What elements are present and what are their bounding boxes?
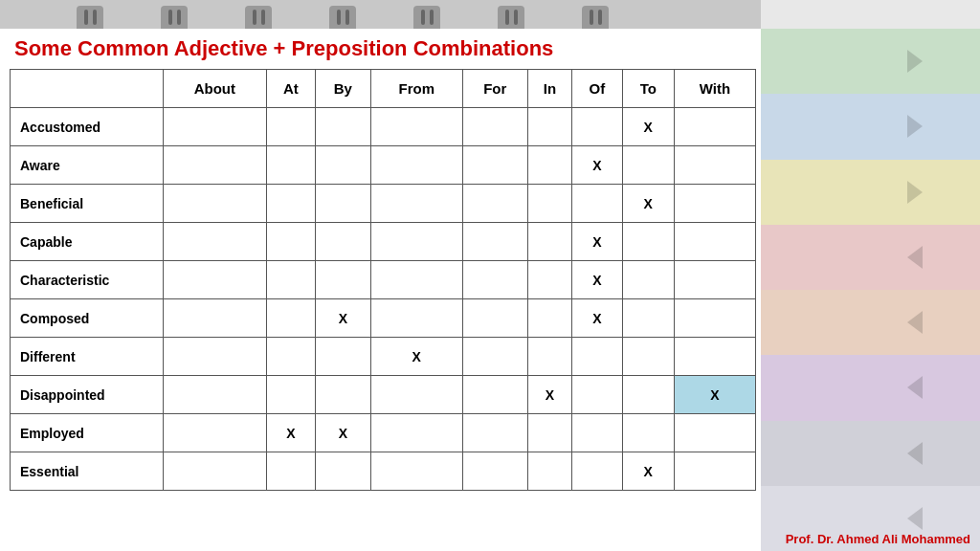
col-header-for: For [462,70,527,108]
cell-disappointed-by [315,376,370,414]
cell-aware-in [527,146,571,185]
cell-composed-for [462,299,527,338]
cell-beneficial-by [315,185,370,223]
adjective-cell: Employed [11,414,164,452]
cell-essential-to: X [622,452,674,491]
cell-disappointed-at [266,376,315,414]
cell-different-from: X [370,338,462,376]
content-area: Some Common Adjective + Preposition Comb… [0,0,761,551]
cell-composed-at [266,299,315,338]
cell-aware-of: X [571,146,622,185]
strip-gray [760,421,980,486]
col-header-by: By [315,70,370,108]
cell-characteristic-from [370,261,462,299]
table-row: ComposedXX [11,299,756,338]
cell-beneficial-about [164,185,267,223]
cell-characteristic-for [462,261,527,299]
cell-essential-with [674,452,755,491]
cell-beneficial-for [462,185,527,223]
cell-beneficial-at [266,185,315,223]
cell-accustomed-about [164,108,267,146]
table-row: AccustomedX [11,108,756,146]
ring-binder-6 [498,6,524,29]
cell-disappointed-to [622,376,674,414]
cell-capable-of: X [571,223,622,261]
cell-aware-with [674,146,755,185]
table-header-row: About At By From For In Of To With [11,70,756,108]
ring-binder-2 [161,6,188,29]
table-row: EssentialX [11,452,756,491]
cell-essential-about [164,452,267,491]
cell-essential-at [266,452,315,491]
binder-top-bar [0,0,761,29]
cell-employed-in [527,414,571,452]
adjective-cell: Aware [11,146,164,185]
cell-characteristic-of: X [571,261,622,299]
cell-characteristic-with [674,261,755,299]
cell-capable-for [462,223,527,261]
cell-capable-at [266,223,315,261]
cell-different-by [315,338,370,376]
adjective-cell: Accustomed [11,108,164,146]
cell-characteristic-in [527,261,571,299]
strip-yellow [760,160,980,225]
col-header-about: About [164,70,267,108]
cell-composed-with [674,299,755,338]
arrow-4 [907,246,923,269]
table-container: About At By From For In Of To With Accus… [0,69,761,491]
cell-aware-by [315,146,370,185]
strip-lavender [760,355,980,420]
cell-composed-from [370,299,462,338]
table-row: EmployedXX [11,414,756,452]
cell-disappointed-in: X [527,376,571,414]
col-header-in: In [527,70,571,108]
strip-green [760,29,980,94]
arrow-1 [907,50,923,73]
col-header-of: Of [571,70,622,108]
cell-accustomed-from [370,108,462,146]
cell-different-at [266,338,315,376]
col-header-with: With [674,70,755,108]
cell-essential-in [527,452,571,491]
cell-different-with [674,338,755,376]
cell-employed-to [622,414,674,452]
col-header-from: From [370,70,462,108]
professor-credit: Prof. Dr. Ahmed Ali Mohammed [786,532,970,546]
cell-aware-from [370,146,462,185]
page-title: Some Common Adjective + Preposition Comb… [0,29,761,69]
cell-aware-for [462,146,527,185]
arrow-6 [907,376,923,399]
cell-different-to [622,338,674,376]
cell-disappointed-from [370,376,462,414]
arrow-8 [907,507,923,530]
adjective-cell: Different [11,338,164,376]
adjective-cell: Beneficial [11,185,164,223]
cell-composed-in [527,299,571,338]
cell-accustomed-for [462,108,527,146]
cell-beneficial-with [674,185,755,223]
table-row: BeneficialX [11,185,756,223]
adjective-cell: Essential [11,452,164,491]
cell-different-about [164,338,267,376]
ring-binder-5 [413,6,440,29]
cell-employed-for [462,414,527,452]
cell-different-for [462,338,527,376]
table-row: DifferentX [11,338,756,376]
cell-characteristic-by [315,261,370,299]
table-row: AwareX [11,146,756,185]
cell-employed-about [164,414,267,452]
cell-employed-from [370,414,462,452]
arrow-5 [907,311,923,334]
cell-employed-with [674,414,755,452]
adjective-cell: Characteristic [11,261,164,299]
col-header-at: At [266,70,315,108]
cell-accustomed-to: X [622,108,674,146]
cell-beneficial-to: X [622,185,674,223]
cell-essential-for [462,452,527,491]
arrow-3 [907,181,923,204]
cell-employed-at: X [266,414,315,452]
cell-composed-to [622,299,674,338]
cell-composed-by: X [315,299,370,338]
side-strips [760,29,980,551]
cell-capable-about [164,223,267,261]
